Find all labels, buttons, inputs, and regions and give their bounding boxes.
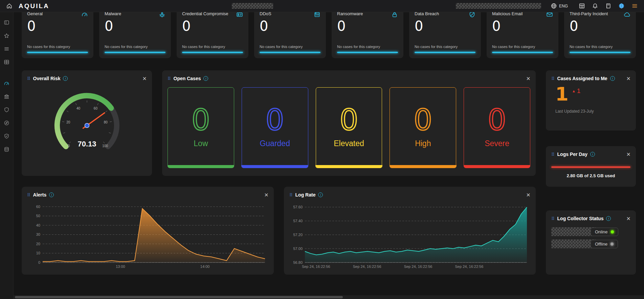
sidebar-item-network[interactable] (4, 120, 9, 126)
drag-handle-icon[interactable]: ⠿ (27, 192, 30, 198)
category-underline (182, 52, 243, 53)
sidebar-item-security[interactable] (4, 107, 9, 113)
bug-icon (159, 11, 165, 18)
category-empty-text: No cases for this category (337, 45, 398, 49)
info-icon[interactable]: i (318, 192, 323, 197)
close-icon[interactable]: × (526, 191, 530, 198)
drag-handle-icon[interactable]: ⠿ (551, 76, 555, 81)
widget-title: Cases Assigned to Me (557, 76, 607, 81)
dashboard-main: General 0 No cases for this category Mal… (14, 0, 644, 275)
svg-text:57.40: 57.40 (293, 219, 303, 223)
info-icon[interactable]: i (63, 76, 68, 81)
close-icon[interactable]: × (142, 75, 147, 82)
home-icon[interactable] (6, 3, 13, 9)
server-icon (314, 11, 320, 18)
assigned-delta: ▲ 1 (572, 87, 580, 95)
category-card[interactable]: Malicious Email 0 No cases for this cate… (487, 7, 558, 58)
redacted-collector-name (551, 227, 596, 236)
top-navbar: AQUILA ENG (0, 0, 644, 12)
sidebar-item-boards[interactable] (4, 59, 9, 65)
category-underline (105, 52, 165, 53)
globe-icon (551, 3, 557, 9)
category-card[interactable]: Credential Compromise 0 No cases for thi… (177, 7, 248, 58)
category-card[interactable]: General 0 No cases for this category (22, 7, 93, 58)
language-selector[interactable]: ENG (551, 3, 568, 9)
category-card[interactable]: Data Breach 0 No cases for this category (409, 7, 481, 58)
svg-text:0: 0 (38, 260, 40, 264)
docs-icon[interactable] (605, 3, 612, 9)
svg-text:Sep 24, 16:22:56: Sep 24, 16:22:56 (455, 264, 484, 269)
svg-text:30: 30 (36, 232, 40, 236)
sidebar-item-data[interactable] (4, 146, 9, 152)
svg-text:57.20: 57.20 (293, 233, 303, 237)
svg-text:13:00: 13:00 (116, 264, 125, 269)
svg-text:40: 40 (76, 107, 81, 110)
category-card[interactable]: DDoS 0 No cases for this category (254, 7, 326, 58)
collector-status-label: Online (595, 229, 608, 234)
open-cases-level[interactable]: 0 High (390, 87, 456, 168)
collector-status-badge[interactable]: Offline (591, 240, 618, 248)
menu-icon[interactable] (631, 3, 638, 9)
close-icon[interactable]: × (626, 215, 630, 222)
horizontal-scrollbar[interactable] (14, 295, 644, 299)
collector-row: Online (551, 227, 630, 236)
category-cards-row: General 0 No cases for this category Mal… (22, 7, 636, 58)
drag-handle-icon[interactable]: ⠿ (551, 216, 555, 221)
drag-handle-icon[interactable]: ⠿ (168, 76, 171, 81)
open-cases-level[interactable]: 0 Elevated (316, 87, 382, 168)
category-empty-text: No cases for this category (570, 45, 630, 49)
info-icon[interactable]: i (49, 192, 54, 197)
info-icon[interactable]: i (590, 152, 595, 157)
drag-handle-icon[interactable]: ⠿ (27, 76, 30, 81)
id-card-icon (236, 11, 243, 18)
breach-icon (469, 11, 475, 18)
info-icon[interactable]: i (203, 76, 208, 81)
navbar-actions (579, 3, 638, 9)
svg-text:80: 80 (104, 120, 108, 124)
drag-handle-icon[interactable]: ⠿ (289, 192, 293, 198)
collector-row: Offline (551, 239, 630, 248)
collector-status-badge[interactable]: Online (591, 228, 618, 236)
info-icon[interactable]: i (610, 76, 615, 81)
category-empty-text: No cases for this category (105, 45, 165, 49)
sidebar-item-favorites[interactable] (4, 33, 9, 39)
open-cases-widget: ⠿ Open Cases i × 0 Low 0 Guarded 0 Eleva… (162, 70, 536, 176)
widget-title: Open Cases (174, 76, 201, 81)
svg-text:57.00: 57.00 (293, 247, 303, 251)
alerts-widget: ⠿ Alerts i × 010203040506013:0014:00 (22, 187, 274, 275)
category-card[interactable]: Malware 0 No cases for this category (99, 7, 171, 58)
sidebar-item-panels[interactable] (4, 20, 9, 25)
drag-handle-icon[interactable]: ⠿ (551, 152, 555, 157)
logs-per-day-widget: ⠿ Logs Per Day i × 2.80 GB of 2.5 GB use… (546, 146, 636, 187)
close-icon[interactable]: × (264, 191, 268, 198)
sidebar-item-compliance[interactable] (4, 133, 9, 139)
info-icon[interactable]: i (606, 216, 611, 221)
open-cases-level[interactable]: 0 Guarded (242, 87, 308, 168)
scrollbar-thumb[interactable] (15, 296, 343, 298)
overall-risk-widget: ⠿ Overall Risk i × 20406080010070.13 (22, 70, 152, 176)
sidebar-item-institution[interactable] (4, 94, 9, 99)
close-icon[interactable]: × (626, 75, 630, 82)
sidebar-item-list[interactable] (4, 46, 9, 52)
category-underline (337, 52, 398, 53)
network-icon[interactable] (618, 3, 625, 9)
close-icon[interactable]: × (526, 75, 530, 82)
svg-text:50: 50 (36, 214, 40, 218)
close-icon[interactable]: × (626, 151, 630, 158)
collector-status-label: Offline (595, 242, 607, 247)
open-cases-level[interactable]: 0 Low (168, 87, 234, 168)
svg-text:Sep 24, 16:22:56: Sep 24, 16:22:56 (404, 264, 432, 269)
sidebar-item-dashboards[interactable] (4, 80, 9, 86)
level-count: 0 (266, 107, 284, 133)
category-empty-text: No cases for this category (260, 45, 320, 49)
delta-up-icon: ▲ (572, 89, 576, 93)
widget-title: Alerts (33, 192, 47, 198)
category-card[interactable]: Third-Party Incident 0 No cases for this… (564, 7, 636, 58)
level-count: 0 (414, 107, 432, 133)
apps-icon[interactable] (579, 3, 585, 9)
open-cases-level[interactable]: 0 Severe (464, 87, 530, 168)
notifications-icon[interactable] (592, 3, 598, 9)
svg-text:10: 10 (36, 251, 40, 255)
category-card[interactable]: Ransomware 0 No cases for this category (332, 7, 403, 58)
level-label: Guarded (260, 139, 290, 148)
